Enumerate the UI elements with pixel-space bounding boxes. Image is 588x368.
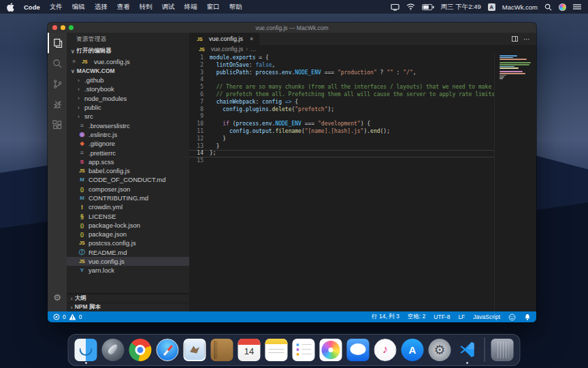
code-line[interactable]: 4 bbox=[189, 76, 494, 84]
dock-messages-icon[interactable] bbox=[347, 339, 370, 361]
menu-help[interactable]: 帮助 bbox=[229, 3, 242, 12]
feedback-smiley-icon[interactable] bbox=[508, 313, 516, 321]
code-line[interactable]: 15 bbox=[189, 157, 494, 165]
dock-trash-icon[interactable] bbox=[491, 339, 514, 361]
file-row[interactable]: CODE_OF_CONDUCT.md bbox=[67, 175, 189, 184]
code-line[interactable]: 5 // There are so many chunks (from all … bbox=[189, 84, 494, 91]
code-line[interactable]: 9 bbox=[189, 113, 494, 121]
code-line[interactable]: 2 lintOnSave: false, bbox=[189, 62, 494, 70]
dock-notes-icon[interactable] bbox=[265, 339, 288, 361]
file-row[interactable]: .eslintrc.js bbox=[67, 130, 189, 139]
code-line[interactable]: 8 config.plugins.delete("prefetch"); bbox=[189, 106, 494, 114]
code-line[interactable]: 10 if (process.env.NODE_ENV === "develop… bbox=[189, 121, 494, 128]
file-row[interactable]: README.md bbox=[67, 248, 189, 257]
status-encoding[interactable]: UTF-8 bbox=[434, 313, 450, 320]
code-editor[interactable]: 1module.exports = {2 lintOnSave: false,3… bbox=[189, 53, 494, 311]
siri-icon[interactable] bbox=[559, 3, 566, 11]
code-line[interactable]: 3 publicPath: process.env.NODE_ENV === "… bbox=[189, 70, 494, 77]
file-row[interactable]: babel.config.js bbox=[67, 166, 189, 175]
errors-icon[interactable] bbox=[53, 313, 60, 320]
file-row[interactable]: yarn.lock bbox=[67, 266, 189, 275]
menu-edit[interactable]: 编辑 bbox=[72, 3, 85, 12]
file-row[interactable]: CONTRIBUTING.md bbox=[67, 194, 189, 202]
explorer-icon[interactable] bbox=[48, 33, 67, 53]
file-row[interactable]: ›src bbox=[67, 112, 189, 121]
source-control-icon[interactable] bbox=[48, 74, 67, 94]
open-editors-section[interactable]: ∨ 打开的编辑器 bbox=[67, 46, 189, 57]
file-row[interactable]: LICENSE bbox=[67, 211, 189, 220]
file-row[interactable]: crowdin.yml bbox=[67, 202, 189, 211]
more-actions-icon[interactable]: ⋯ bbox=[523, 35, 531, 43]
notifications-bell-icon[interactable] bbox=[524, 313, 531, 321]
menu-clock[interactable]: 周三 下午2:49 bbox=[441, 3, 481, 12]
dock-contacts-icon[interactable] bbox=[211, 339, 233, 361]
menu-brand[interactable]: MacWk.com bbox=[502, 3, 538, 11]
title-bar[interactable]: vue.config.js — MacWk.com bbox=[48, 22, 536, 33]
status-indentation[interactable]: 空格: 2 bbox=[408, 313, 425, 321]
extensions-icon[interactable] bbox=[48, 114, 67, 135]
file-row[interactable]: vue.config.js bbox=[67, 257, 189, 266]
tab-vue-config[interactable]: vue.config.js × bbox=[189, 33, 259, 45]
menu-selection[interactable]: 选择 bbox=[95, 3, 108, 12]
menu-go[interactable]: 转到 bbox=[140, 3, 152, 12]
menu-debug[interactable]: 调试 bbox=[162, 3, 175, 12]
code-line[interactable]: 13 } bbox=[189, 143, 494, 151]
file-row[interactable]: ›public bbox=[67, 103, 189, 112]
warnings-icon[interactable] bbox=[69, 313, 76, 320]
dock-chrome-icon[interactable] bbox=[129, 339, 152, 361]
code-line[interactable]: 14}; bbox=[189, 150, 494, 157]
minimap[interactable] bbox=[500, 55, 532, 80]
menu-window[interactable]: 窗口 bbox=[207, 3, 220, 12]
input-method-icon[interactable]: A bbox=[488, 3, 495, 11]
dock-photos-icon[interactable] bbox=[320, 339, 342, 361]
file-row[interactable]: postcss.config.js bbox=[67, 239, 189, 247]
zoom-window-button[interactable] bbox=[69, 25, 74, 30]
file-row[interactable]: .browserslistrc bbox=[67, 121, 189, 129]
file-row[interactable]: .prettierrc bbox=[67, 148, 189, 157]
battery-icon[interactable] bbox=[422, 4, 434, 10]
spotlight-search-icon[interactable] bbox=[544, 3, 552, 11]
menu-terminal[interactable]: 终端 bbox=[184, 3, 197, 12]
file-row[interactable]: ›.storybook bbox=[67, 85, 189, 93]
code-line[interactable]: 1module.exports = { bbox=[189, 55, 494, 62]
menu-file[interactable]: 文件 bbox=[50, 3, 63, 12]
settings-gear-icon[interactable]: ⚙ bbox=[48, 287, 67, 307]
search-icon[interactable] bbox=[48, 53, 67, 74]
display-icon[interactable] bbox=[391, 3, 399, 11]
file-row[interactable]: package.json bbox=[67, 230, 189, 239]
errors-count[interactable]: 0 bbox=[63, 313, 66, 320]
breadcrumb[interactable]: vue.config.js › … bbox=[189, 45, 536, 53]
dock-launchpad-icon[interactable] bbox=[102, 339, 125, 361]
apple-icon[interactable] bbox=[7, 3, 14, 12]
minimap-column[interactable] bbox=[494, 53, 536, 311]
status-line-col[interactable]: 行 14, 列 3 bbox=[372, 313, 399, 321]
file-row[interactable]: package-lock.json bbox=[67, 221, 189, 230]
code-line[interactable]: 11 config.output.filename("[name].[hash]… bbox=[189, 128, 494, 136]
code-line[interactable]: 12 } bbox=[189, 136, 494, 143]
breadcrumb-file[interactable]: vue.config.js bbox=[211, 46, 243, 52]
code-line[interactable]: 7 chainWebpack: config => { bbox=[189, 99, 494, 106]
breadcrumb-symbol[interactable]: … bbox=[250, 46, 257, 52]
warnings-count[interactable]: 0 bbox=[79, 313, 82, 320]
tab-close-icon[interactable]: × bbox=[250, 35, 253, 42]
dock-mail-icon[interactable] bbox=[184, 339, 206, 361]
menu-view[interactable]: 查看 bbox=[117, 3, 130, 12]
dock-reminders-icon[interactable] bbox=[293, 339, 315, 361]
status-eol[interactable]: LF bbox=[458, 313, 465, 320]
notification-center-icon[interactable] bbox=[573, 3, 581, 10]
minimize-window-button[interactable] bbox=[61, 25, 65, 30]
dock-vscode-icon[interactable] bbox=[456, 339, 478, 361]
dock-calendar-icon[interactable]: 14 bbox=[238, 339, 261, 361]
dock-syspref-icon[interactable] bbox=[429, 339, 451, 361]
open-editor-item[interactable]: ×vue.config.js bbox=[67, 57, 189, 66]
sidebar-section-NPM 脚本[interactable]: ›NPM 脚本 bbox=[67, 303, 189, 311]
wifi-icon[interactable] bbox=[406, 3, 415, 10]
dock-finder-icon[interactable] bbox=[75, 339, 97, 361]
sidebar-section-大纲[interactable]: ›大纲 bbox=[67, 294, 189, 303]
file-row[interactable]: .gitignore bbox=[67, 139, 189, 148]
file-row[interactable]: composer.json bbox=[67, 185, 189, 194]
close-window-button[interactable] bbox=[52, 25, 57, 30]
dock-itunes-icon[interactable] bbox=[374, 339, 397, 361]
project-root-section[interactable]: ∨ MACWK.COM bbox=[67, 66, 189, 76]
dock-appstore-icon[interactable] bbox=[402, 339, 424, 361]
